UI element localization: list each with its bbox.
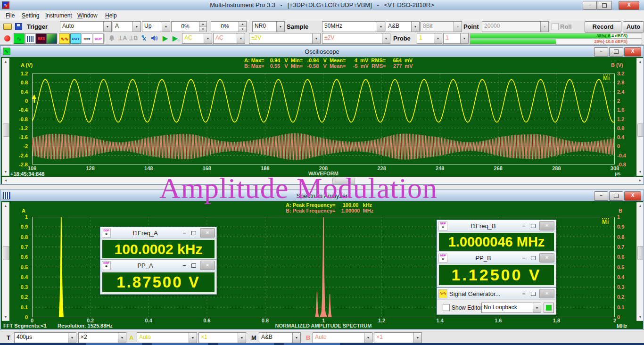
maximize-icon[interactable] [528,290,538,297]
save-icon[interactable] [14,22,24,31]
spin-up-icon[interactable]: ▲ [199,22,206,27]
oscilloscope-titlebar[interactable]: ∿ Oscilloscope – X [1,46,643,58]
left-scrollbar[interactable]: ▲ ▼ [2,202,9,321]
maximize-icon[interactable] [528,255,538,261]
restore-button[interactable] [597,1,612,10]
ddp-header[interactable]: DDP⊕ f1Freq_A – × [100,227,216,239]
maximize-icon[interactable] [189,262,198,269]
dut-icon[interactable]: DUT [70,33,81,44]
run-hold-icon[interactable]: ▶○ [171,33,181,43]
menu-window[interactable]: Window [75,12,99,19]
dropdown-arrow-icon[interactable]: ▼ [204,33,212,43]
probe-b-select[interactable]: 1▼ [443,33,469,44]
scroll-down-icon[interactable]: ▼ [2,169,9,175]
oscilloscope-icon[interactable]: ∿ [14,33,25,44]
dropdown-arrow-icon[interactable]: ▼ [68,333,76,343]
sound-output-icon[interactable] [149,33,159,43]
minimize-button[interactable]: – [594,47,608,57]
scroll-up-icon[interactable]: ▲ [2,58,9,65]
minimize-button[interactable]: – [583,1,597,10]
dropdown-arrow-icon[interactable]: ▼ [364,333,372,343]
taskbar-item[interactable] [284,343,340,345]
minimize-icon[interactable]: – [519,290,528,297]
probe-a-select[interactable]: 1▼ [417,33,442,44]
scrollbar-thumb[interactable] [637,123,643,137]
dropdown-arrow-icon[interactable]: ▼ [118,333,126,343]
scroll-up-icon[interactable]: ▲ [637,203,643,209]
close-button[interactable]: X [619,1,639,10]
scrollbar-thumb[interactable] [3,123,9,137]
scroll-right-icon[interactable]: ► [637,177,643,184]
oscilloscope-plot[interactable] [32,74,615,164]
signal-generator-icon[interactable]: ∿∿ [59,33,70,44]
sampling-rate-select[interactable]: 50MHz▼ [322,21,385,32]
record-button[interactable]: Record [585,21,621,33]
dropdown-arrow-icon[interactable]: ▼ [434,33,442,43]
close-icon[interactable]: × [539,289,554,298]
siggen-run-button[interactable] [544,303,554,313]
spin-up-icon[interactable]: ▲ [239,22,246,27]
close-button[interactable]: X [624,191,641,201]
loopback-select[interactable]: No Loopback▼ [481,303,541,313]
restore-button[interactable] [609,47,623,57]
minimize-icon[interactable]: – [180,262,189,269]
channel-b-scale-select[interactable]: Auto▼ [313,332,372,343]
restore-button[interactable] [609,191,623,201]
scroll-down-icon[interactable]: ▼ [637,314,643,320]
left-scrollbar[interactable]: ▲ ▼ [2,58,9,176]
sampling-channels-select[interactable]: A&B▼ [386,21,420,32]
auto-button[interactable]: Auto [623,21,644,33]
dropdown-arrow-icon[interactable]: ▼ [312,33,320,43]
menu-help[interactable]: Help [103,12,119,19]
dropdown-arrow-icon[interactable]: ▼ [533,303,541,312]
dropdown-arrow-icon[interactable]: ▼ [413,333,421,343]
minimize-icon[interactable]: – [519,222,528,229]
spectrum-titlebar[interactable]: Spectrum Analyzer – X [1,190,643,202]
menu-setting[interactable]: Setting [20,12,41,19]
dropdown-arrow-icon[interactable]: ▼ [411,22,419,32]
menu-file[interactable]: File [4,12,17,19]
ddp-header[interactable]: DDP⊕ PP_B – × [437,252,556,264]
show-editor-checkbox[interactable] [443,304,450,311]
channel-a-scale-select[interactable]: Auto▼ [137,332,197,343]
spectrum-analyzer-icon[interactable] [25,33,36,44]
trigger-delay-spinner[interactable]: 0% ▲▼ [211,21,247,32]
probe-calibration-icon[interactable] [139,33,149,43]
scroll-left-icon[interactable]: ◄ [2,177,9,184]
right-scrollbar[interactable]: ▲ ▼ [636,58,643,176]
multimeter-icon[interactable]: 888 [36,33,47,44]
scrollbar-thumb[interactable] [332,178,355,184]
dropdown-arrow-icon[interactable]: ▼ [237,33,245,43]
scroll-up-icon[interactable]: ▲ [2,203,9,209]
trigger-edge-select[interactable]: Up▼ [142,21,170,32]
spin-down-icon[interactable]: ▼ [239,27,246,32]
math-mode-select[interactable]: A&B▼ [259,332,301,343]
siggen-header[interactable]: ∿∿ Signal Generator... – × [437,288,556,300]
minimize-button[interactable]: – [594,191,608,201]
channel-a-multiplier-select[interactable]: ×1▼ [198,332,246,343]
taskbar-item[interactable] [86,343,142,345]
dropdown-arrow-icon[interactable]: ▼ [162,22,170,32]
close-icon[interactable]: × [539,221,554,230]
derived-datapoint-icon[interactable]: ≈≈≈ [82,33,92,44]
dropdown-arrow-icon[interactable]: ▼ [292,333,300,343]
dropdown-arrow-icon[interactable]: ▼ [189,333,197,343]
trigger-source-select[interactable]: A▼ [113,21,141,32]
close-icon[interactable]: × [200,261,215,270]
noise-rejection-select[interactable]: NR0▼ [252,21,285,32]
channel-b-coupling-select[interactable]: AC▼ [213,33,245,44]
channel-b-multiplier-select[interactable]: ×1▼ [374,332,422,343]
channel-a-range-select[interactable]: ±2V▼ [249,33,321,44]
ddp-header[interactable]: DDP⊕ f1Freq_B – × [437,220,556,232]
spin-down-icon[interactable]: ▼ [199,27,206,32]
scrollbar-thumb[interactable] [637,246,643,260]
ddp-header[interactable]: DDP⊕ PP_A – × [100,260,216,271]
maximize-icon[interactable] [189,230,198,236]
scrollbar-thumb[interactable] [3,246,9,260]
taskbar-item[interactable] [218,343,274,345]
dropdown-arrow-icon[interactable]: ▼ [103,22,111,32]
trigger-mode-select[interactable]: Auto▼ [60,21,112,32]
open-file-icon[interactable] [2,22,12,31]
dropdown-arrow-icon[interactable]: ▼ [382,33,390,43]
channel-a-coupling-select[interactable]: AC▼ [182,33,212,44]
